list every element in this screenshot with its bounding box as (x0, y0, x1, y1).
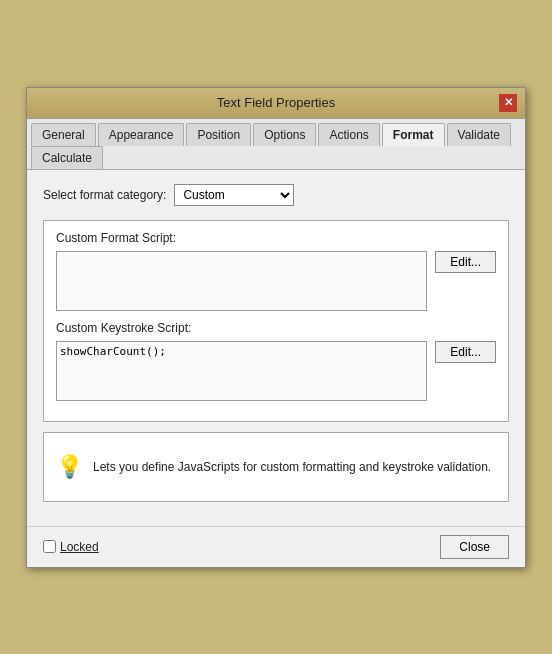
bulb-icon: 💡 (56, 454, 83, 480)
tab-calculate[interactable]: Calculate (31, 146, 103, 169)
format-category-select[interactable]: None Number Percentage Date Time Special… (174, 184, 294, 206)
format-category-label: Select format category: (43, 188, 166, 202)
dialog-window: Text Field Properties ✕ General Appearan… (26, 87, 526, 568)
tab-position[interactable]: Position (186, 123, 251, 146)
tab-options[interactable]: Options (253, 123, 316, 146)
tab-format[interactable]: Format (382, 123, 445, 147)
tab-bar: General Appearance Position Options Acti… (27, 119, 525, 170)
custom-format-edit-button[interactable]: Edit... (435, 251, 496, 273)
dialog-title: Text Field Properties (53, 95, 499, 110)
tab-appearance[interactable]: Appearance (98, 123, 185, 146)
custom-format-label: Custom Format Script: (56, 231, 496, 245)
dialog-footer: Locked Close (27, 526, 525, 567)
dialog-content: Select format category: None Number Perc… (27, 170, 525, 526)
locked-row: Locked (43, 540, 99, 554)
scripts-section-box: Custom Format Script: Edit... Custom Key… (43, 220, 509, 422)
locked-label: Locked (60, 540, 99, 554)
custom-format-textarea[interactable] (56, 251, 427, 311)
custom-keystroke-textarea[interactable]: showCharCount(); (56, 341, 427, 401)
title-bar: Text Field Properties ✕ (27, 88, 525, 119)
close-button[interactable]: Close (440, 535, 509, 559)
locked-checkbox[interactable] (43, 540, 56, 553)
tab-actions[interactable]: Actions (318, 123, 379, 146)
custom-keystroke-edit-button[interactable]: Edit... (435, 341, 496, 363)
tab-general[interactable]: General (31, 123, 96, 146)
title-close-button[interactable]: ✕ (499, 94, 517, 112)
custom-keystroke-label: Custom Keystroke Script: (56, 321, 496, 335)
format-category-row: Select format category: None Number Perc… (43, 184, 509, 206)
custom-format-row: Edit... (56, 251, 496, 311)
tab-validate[interactable]: Validate (447, 123, 511, 146)
info-box: 💡 Lets you define JavaScripts for custom… (43, 432, 509, 502)
custom-keystroke-row: showCharCount(); Edit... (56, 341, 496, 401)
info-text: Lets you define JavaScripts for custom f… (93, 458, 491, 476)
